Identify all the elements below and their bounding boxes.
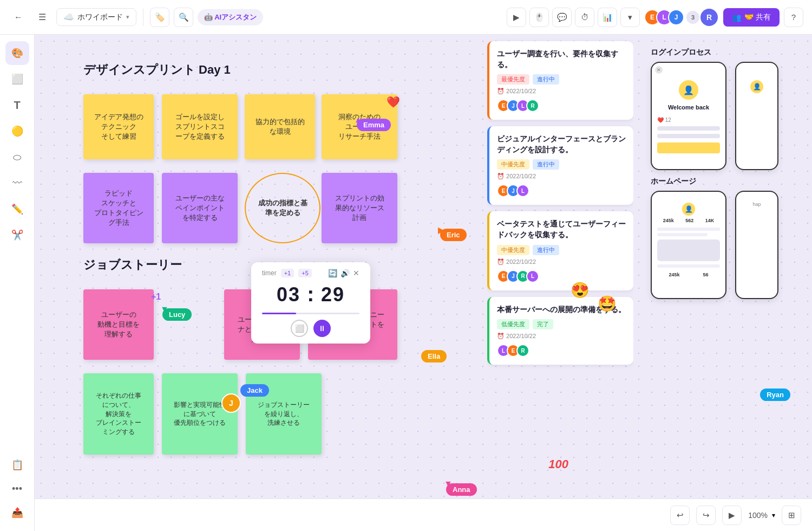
- sticky-note[interactable]: ユーザーの主なペインポイントを特定する: [162, 173, 238, 243]
- avatar-count: 3: [686, 11, 699, 24]
- timer-label: timer: [262, 269, 277, 277]
- mockup-input-2[interactable]: [657, 134, 720, 138]
- task-tags-4: 低優先度 完了: [497, 319, 626, 329]
- sticky-note[interactable]: ユーザーの動機と目標を理解する: [83, 289, 154, 360]
- sidebar-export[interactable]: 📤: [5, 501, 29, 524]
- mockup-close-btn[interactable]: ✕: [655, 66, 663, 74]
- sticky-note[interactable]: アイデア発想のテクニックそして練習: [83, 94, 154, 159]
- task-card-2[interactable]: ビジュアルインターフェースとブランディングを設計する。 中優先度 進行中 ⏰ 2…: [487, 126, 633, 205]
- cursor-ryan-area: Ryan: [760, 388, 790, 401]
- sidebar-text[interactable]: T: [5, 93, 29, 117]
- sidebar-shape[interactable]: ⬭: [5, 145, 29, 169]
- timer-header: timer +1 +5 🔄 🔊 ✕: [262, 269, 359, 277]
- cursor-icon[interactable]: 🖱️: [529, 8, 549, 27]
- timer-pause-button[interactable]: ⏸: [313, 320, 331, 337]
- mockup-avatar-2: 👤: [750, 80, 763, 93]
- sidebar-sticky[interactable]: 🟡: [5, 119, 29, 143]
- sidebar-curve[interactable]: 〰: [5, 171, 29, 195]
- mockup-phones-login: ✕ 👤 Welcome back ❤️ 12 👤: [651, 62, 806, 170]
- task-title-1: ユーザー調査を行い、要件を収集する。: [497, 49, 626, 70]
- cursor-ella: Ella: [421, 350, 447, 362]
- top-toolbar: ← ☰ ☁️ ホワイボード ▾ 🏷️ 🔍 🤖 AIアシスタン ▶ 🖱️ 💬 ⏱ …: [0, 0, 812, 35]
- task-tags-1: 最優先度 進行中: [497, 74, 626, 85]
- tasks-panel: ユーザー調査を行い、要件を収集する。 最優先度 進行中 ⏰ 2022/10/22…: [487, 35, 633, 498]
- task-date-4: ⏰ 2022/10/22: [497, 333, 626, 340]
- sidebar-bottom: 📋 ••• 📤: [5, 453, 29, 524]
- sidebar-cut[interactable]: ✂️: [5, 223, 29, 247]
- task-avatars-1: E J L R: [497, 99, 626, 112]
- play-icon[interactable]: ▶: [507, 8, 526, 27]
- current-user-avatar[interactable]: R: [699, 8, 719, 27]
- stat-bottom-2: 56: [703, 272, 708, 277]
- stat-3: 14K: [705, 218, 715, 223]
- status-tag-2: 進行中: [533, 159, 559, 170]
- zoom-level: 100%: [748, 511, 768, 520]
- mockup-home-avatar: 👤: [682, 203, 695, 216]
- sidebar-colors[interactable]: 🎨: [5, 41, 29, 65]
- task-date-3: ⏰ 2022/10/22: [497, 258, 626, 266]
- timer-sound-icon[interactable]: 🔊: [340, 269, 350, 277]
- zoom-dropdown[interactable]: ▾: [772, 511, 775, 519]
- content-bar-1: [657, 228, 720, 231]
- mockup-stats: 245k 562 14K: [657, 218, 720, 223]
- mockup-stats-bottom: 245k 56: [657, 272, 720, 277]
- back-button[interactable]: ←: [9, 8, 28, 27]
- timer-refresh-icon[interactable]: 🔄: [328, 269, 337, 277]
- emoji-star-eyes: 😍: [571, 281, 590, 299]
- sticky-note[interactable]: ラピッドスケッチとプロトタイピング手法: [83, 173, 154, 243]
- mockup-login-btn[interactable]: [657, 143, 720, 153]
- sidebar-draw[interactable]: ✏️: [5, 197, 29, 221]
- content-image: [657, 239, 720, 261]
- chart-icon[interactable]: 📊: [598, 8, 617, 27]
- board-title-dropdown[interactable]: ☁️ ホワイボード ▾: [56, 8, 136, 26]
- sticky-note-outline[interactable]: 成功の指標と基準を定める: [245, 173, 320, 243]
- sticky-note[interactable]: スプリントの効果的なリソース計画: [322, 173, 397, 243]
- mockup-phone-login-2: 👤: [735, 62, 778, 170]
- sticky-note[interactable]: それぞれの仕事について、解決策をブレインストーミングする: [83, 373, 154, 455]
- task-date-2: ⏰ 2022/10/22: [497, 173, 626, 180]
- priority-tag-2: 中優先度: [497, 159, 529, 170]
- task-title-2: ビジュアルインターフェースとブランディングを設計する。: [497, 134, 626, 155]
- mockup-input-1[interactable]: [657, 126, 720, 131]
- task-tags-2: 中優先度 進行中: [497, 159, 626, 170]
- timer-stop-button[interactable]: ⬜: [291, 320, 308, 337]
- timer-close-icon[interactable]: ✕: [353, 269, 359, 277]
- sidebar-frame[interactable]: ⬜: [5, 67, 29, 91]
- share-icon: 👥: [732, 13, 741, 22]
- sticky-note[interactable]: 影響と実現可能性に基づいて優先順位をつける: [162, 373, 238, 455]
- stat-bottom-1: 245k: [669, 272, 679, 277]
- timer-icon[interactable]: ⏱: [575, 8, 594, 27]
- more-icon[interactable]: ▾: [620, 8, 640, 27]
- menu-button[interactable]: ☰: [32, 8, 52, 27]
- mockup-likes: ❤️ 12: [657, 117, 720, 123]
- zoom-controls: 100% ▾: [748, 511, 775, 520]
- left-sidebar: 🎨 ⬜ T 🟡 ⬭ 〰 ✏️ ✂️ 📋 ••• 📤: [0, 35, 35, 531]
- sticky-note[interactable]: ゴールを設定しスプリントスコープを定義する: [162, 94, 238, 159]
- sticky-note[interactable]: 協力的で包括的な環境: [245, 94, 315, 159]
- ai-assistant-button[interactable]: 🤖 AIアシスタン: [198, 9, 263, 25]
- share-button[interactable]: 👥 🤝 共有: [723, 8, 780, 27]
- sidebar-template[interactable]: 📋: [5, 453, 29, 477]
- sidebar-more[interactable]: •••: [5, 477, 29, 501]
- status-tag-3: 進行中: [533, 245, 559, 255]
- cursor-arrow-emma: ▲: [354, 115, 363, 125]
- present-button[interactable]: ▶: [722, 506, 742, 525]
- divider-1: [143, 9, 143, 26]
- section2-title: ジョブストーリー: [83, 257, 182, 273]
- comment-icon[interactable]: 💬: [552, 8, 572, 27]
- fit-view-button[interactable]: ⊞: [782, 506, 801, 525]
- priority-tag-4: 低優先度: [497, 319, 529, 329]
- mockup-panel: ログインプロセス ✕ 👤 Welcome back ❤️ 12 👤 ホームページ…: [644, 35, 812, 498]
- task-avatar: R: [526, 99, 539, 112]
- undo-button[interactable]: ↩: [670, 506, 690, 525]
- help-button[interactable]: ?: [784, 8, 803, 27]
- search-button[interactable]: 🔍: [174, 8, 193, 27]
- mockup-welcome-text: Welcome back: [657, 104, 720, 111]
- redo-button[interactable]: ↪: [696, 506, 716, 525]
- status-tag-4: 完了: [533, 319, 553, 329]
- stat-2: 562: [685, 218, 693, 223]
- timer-tag1: +1: [281, 269, 294, 277]
- task-card-3[interactable]: ベータテストを通じてユーザーフィードバックを収集する。 中優先度 進行中 ⏰ 2…: [487, 211, 633, 290]
- task-card-1[interactable]: ユーザー調査を行い、要件を収集する。 最優先度 進行中 ⏰ 2022/10/22…: [487, 41, 633, 120]
- tag-button[interactable]: 🏷️: [150, 8, 169, 27]
